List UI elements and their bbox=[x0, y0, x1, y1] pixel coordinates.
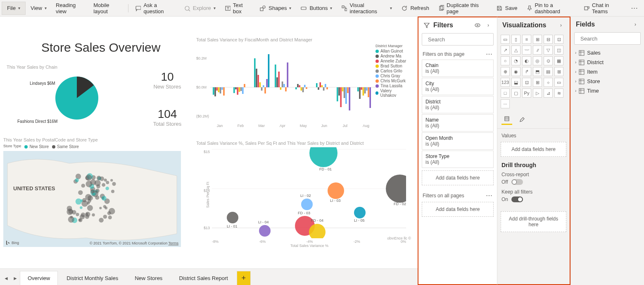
tab-next-button[interactable]: ► bbox=[11, 272, 20, 285]
add-all-filter-dropzone[interactable]: Add data fields here bbox=[422, 202, 494, 217]
format-tab[interactable] bbox=[516, 113, 527, 125]
card-total-stores[interactable]: 104 Total Stores bbox=[149, 108, 186, 127]
viz-type-item[interactable]: ▭ bbox=[554, 78, 563, 87]
file-menu[interactable]: File▾ bbox=[2, 2, 26, 15]
filters-search-input[interactable] bbox=[428, 36, 497, 43]
page-tab[interactable]: District Sales Report bbox=[171, 271, 235, 285]
viz-type-item[interactable]: ▯ bbox=[511, 35, 520, 44]
filter-card[interactable]: Store Typeis (All) bbox=[422, 151, 494, 168]
keep-filters-toggle[interactable] bbox=[511, 196, 523, 202]
buttons-button[interactable]: Buttons▾ bbox=[296, 2, 336, 15]
page-tab[interactable]: District Monthly Sales bbox=[59, 271, 126, 285]
viz-type-item[interactable]: ◔ bbox=[511, 56, 520, 65]
viz-type-item[interactable]: ↗ bbox=[501, 46, 510, 55]
viz-type-item[interactable]: ⟐ bbox=[544, 78, 553, 87]
shapes-button[interactable]: Shapes▾ bbox=[255, 2, 295, 15]
explore-button[interactable]: Explore▾ bbox=[180, 2, 220, 15]
scatter-chart[interactable]: Total Sales Variance %, Sales Per Sq Ft … bbox=[196, 141, 407, 251]
viz-type-item[interactable]: ◐ bbox=[522, 56, 531, 65]
viz-type-item[interactable]: ▽ bbox=[544, 46, 553, 55]
viz-type-item[interactable]: ⊞ bbox=[533, 78, 542, 87]
bar-chart[interactable]: Total Sales Variance by FiscalMonth and … bbox=[196, 37, 407, 127]
drill-dropzone[interactable]: Add drill-through fields here bbox=[501, 211, 566, 232]
viz-type-item[interactable]: ⊕ bbox=[501, 67, 510, 76]
viz-type-item[interactable]: 〰 bbox=[522, 46, 531, 55]
teams-button[interactable]: Chat in Teams bbox=[580, 2, 626, 15]
page-tab[interactable]: New Stores bbox=[127, 271, 170, 285]
viz-type-item[interactable]: ⊟ bbox=[544, 35, 553, 44]
viz-type-item[interactable]: ◫ bbox=[554, 46, 563, 55]
viz-type-item[interactable]: ⫽ bbox=[533, 46, 542, 55]
field-table[interactable]: ›District bbox=[574, 57, 641, 67]
add-page-button[interactable]: + bbox=[237, 271, 251, 285]
viz-type-item[interactable]: ⊡ bbox=[554, 35, 563, 44]
filter-card[interactable]: Open Monthis (All) bbox=[422, 132, 494, 150]
viz-type-item[interactable]: ◉ bbox=[511, 67, 520, 76]
filters-search[interactable] bbox=[422, 33, 494, 46]
report-canvas[interactable]: Store Sales Overview This Year Sales by … bbox=[0, 17, 418, 285]
page-tab[interactable]: Overview bbox=[20, 271, 58, 285]
viz-type-item[interactable]: ○ bbox=[501, 56, 510, 65]
visual-interactions-button[interactable]: Visual interactions▾ bbox=[337, 2, 396, 15]
map-visual[interactable]: This Year Sales by PostalCode and Store … bbox=[3, 137, 185, 247]
viz-type-item[interactable]: ▷ bbox=[533, 89, 542, 98]
viz-type-item[interactable]: ▭ bbox=[501, 35, 510, 44]
field-table[interactable]: ›Store bbox=[574, 77, 641, 86]
viz-type-item[interactable]: ◎ bbox=[533, 56, 542, 65]
viz-type-item[interactable]: ⊞ bbox=[533, 35, 542, 44]
filters-page-more[interactable]: ··· bbox=[486, 51, 493, 57]
reading-view-button[interactable]: Reading view bbox=[52, 2, 88, 15]
viz-type-item[interactable]: ≡ bbox=[522, 35, 531, 44]
viz-type-item[interactable]: ⊙ bbox=[544, 56, 553, 65]
view-menu[interactable]: View▾ bbox=[26, 2, 51, 15]
filter-card[interactable]: Nameis (All) bbox=[422, 114, 494, 132]
viz-type-item[interactable]: 123 bbox=[501, 78, 510, 87]
card-new-stores[interactable]: 10 New Stores bbox=[149, 70, 186, 90]
viz-type-item[interactable]: ⬒ bbox=[533, 67, 542, 76]
viz-type-item[interactable]: ↱ bbox=[522, 67, 531, 76]
collapse-panel-button[interactable]: › bbox=[632, 21, 639, 28]
viz-type-item[interactable]: ⊞ bbox=[554, 67, 563, 76]
filter-card[interactable]: Cityis (All) bbox=[422, 78, 494, 95]
add-page-filter-dropzone[interactable]: Add data fields here bbox=[422, 170, 494, 185]
fields-search[interactable] bbox=[574, 32, 641, 45]
refresh-button[interactable]: Refresh bbox=[397, 2, 433, 15]
collapse-panel-button[interactable]: › bbox=[557, 22, 565, 29]
terms-link[interactable]: Terms bbox=[169, 241, 179, 245]
viz-type-item[interactable]: ⊡ bbox=[522, 78, 531, 87]
viz-type-item[interactable]: ▤ bbox=[544, 67, 553, 76]
viz-type-item[interactable]: ··· bbox=[501, 99, 510, 108]
textbox-button[interactable]: Text box bbox=[221, 2, 255, 15]
viz-type-item[interactable]: ▢ bbox=[511, 89, 520, 98]
cross-report-toggle[interactable] bbox=[511, 179, 523, 185]
ask-question-button[interactable]: Ask a question bbox=[131, 2, 178, 15]
save-button[interactable]: Save bbox=[492, 2, 522, 15]
more-options-button[interactable]: ··· bbox=[627, 2, 642, 15]
filter-card[interactable]: Chainis (All) bbox=[422, 60, 494, 77]
duplicate-page-button[interactable]: Duplicate this page bbox=[434, 2, 491, 15]
filters-all-more[interactable]: ··· bbox=[486, 193, 493, 199]
fields-tab[interactable] bbox=[501, 113, 512, 125]
viz-type-item[interactable]: ▦ bbox=[554, 56, 563, 65]
viz-type-item[interactable]: △ bbox=[511, 46, 520, 55]
svg-rect-68 bbox=[359, 87, 361, 99]
eye-icon[interactable] bbox=[474, 22, 481, 29]
filter-card[interactable]: Districtis (All) bbox=[422, 96, 494, 113]
viz-type-item[interactable]: ≋ bbox=[554, 89, 563, 98]
mobile-layout-button[interactable]: Mobile layout bbox=[89, 2, 126, 15]
viz-type-item[interactable]: □ bbox=[501, 89, 510, 98]
viz-type-item[interactable]: ⬓ bbox=[511, 78, 520, 87]
svg-point-98 bbox=[87, 205, 93, 211]
field-table[interactable]: ›Item bbox=[574, 67, 641, 77]
viz-type-item[interactable]: ⊿ bbox=[544, 89, 553, 98]
field-table[interactable]: ›Sales bbox=[574, 48, 641, 57]
map-body[interactable]: UNITED STATES Bing © 2021 TomTom, © 2021… bbox=[3, 151, 181, 247]
values-dropzone[interactable]: Add data fields here bbox=[501, 142, 566, 157]
viz-type-item[interactable]: Py bbox=[522, 89, 531, 98]
collapse-panel-button[interactable]: › bbox=[485, 22, 492, 29]
pie-chart[interactable]: This Year Sales by Chain Lindseys $6M Fa… bbox=[7, 65, 131, 133]
pin-button[interactable]: Pin to a dashboard bbox=[522, 2, 579, 15]
tab-prev-button[interactable]: ◄ bbox=[2, 272, 11, 285]
fields-search-input[interactable] bbox=[580, 36, 644, 42]
field-table[interactable]: ›Time bbox=[574, 86, 641, 96]
